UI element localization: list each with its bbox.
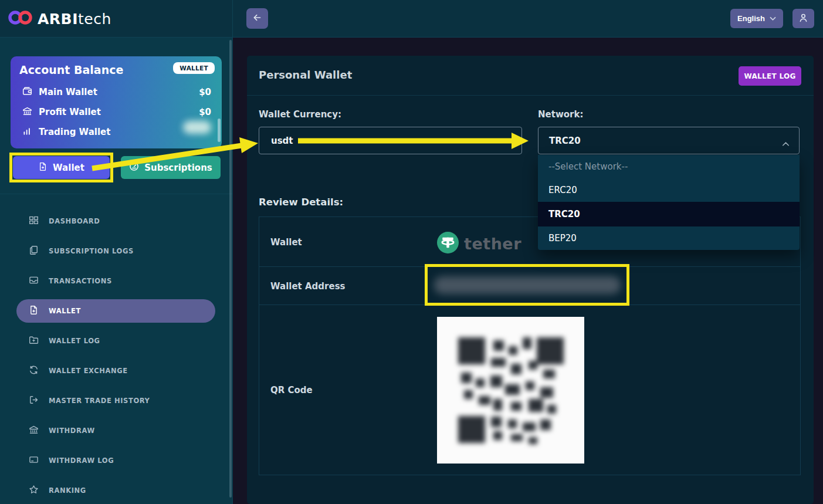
sidebar-item-master-trade-history[interactable]: MASTER TRADE HISTORY bbox=[16, 389, 215, 412]
chevron-up-icon bbox=[782, 138, 790, 149]
gauge-icon bbox=[129, 161, 139, 174]
sidebar-item-subscription-logs[interactable]: SUBSCRIPTION LOGS bbox=[16, 239, 215, 263]
table-row-separator bbox=[259, 266, 801, 267]
sidebar-item-withdraw[interactable]: WITHDRAW bbox=[16, 419, 215, 442]
brand-name-bold: ARBI bbox=[38, 11, 78, 28]
network-option-trc20[interactable]: TRC20 bbox=[538, 202, 800, 226]
bar-chart-icon bbox=[22, 126, 32, 138]
sidebar-item-label: WALLET EXCHANGE bbox=[49, 367, 128, 375]
wallet-currency-label: Wallet Currency: bbox=[259, 109, 341, 120]
network-option-placeholder[interactable]: --Select Network-- bbox=[538, 155, 800, 178]
brand-name-light: tech bbox=[78, 11, 111, 28]
brand-logo[interactable]: ARBItech bbox=[0, 0, 233, 38]
sidebar-item-label: TRANSACTIONS bbox=[49, 277, 112, 285]
back-button[interactable] bbox=[246, 8, 268, 29]
balance-row-value: $0 bbox=[199, 87, 211, 97]
qr-code-image bbox=[437, 317, 584, 464]
exchange-icon bbox=[29, 365, 39, 377]
sidebar-scrollbar[interactable] bbox=[229, 40, 232, 498]
inbox-icon bbox=[29, 275, 39, 287]
sidebar-item-transactions[interactable]: TRANSACTIONS bbox=[16, 269, 215, 293]
balance-row-label: Profit Wallet bbox=[39, 107, 101, 117]
network-option-erc20[interactable]: ERC20 bbox=[538, 178, 800, 202]
blurred-trading-value bbox=[183, 121, 211, 134]
panel-header-divider bbox=[247, 95, 814, 96]
balance-title: Account Balance bbox=[19, 63, 123, 76]
balance-card-scrollbar[interactable] bbox=[218, 119, 221, 142]
tether-logo: tether bbox=[437, 232, 521, 256]
balance-row-label: Main Wallet bbox=[39, 87, 97, 97]
subscriptions-button[interactable]: Subscriptions bbox=[121, 156, 221, 179]
chevron-down-icon bbox=[770, 14, 776, 23]
network-select[interactable]: TRC20 bbox=[538, 127, 800, 154]
sidebar-item-wallet-log[interactable]: WALLET LOG bbox=[16, 329, 215, 353]
wallet-address-row-label: Wallet Address bbox=[270, 281, 346, 292]
sidebar-item-label: SUBSCRIPTION LOGS bbox=[49, 247, 134, 255]
bank-icon bbox=[22, 106, 32, 119]
network-label: Network: bbox=[538, 109, 583, 120]
qr-code-row-label: QR Code bbox=[270, 385, 313, 395]
dashboard-icon bbox=[29, 215, 39, 227]
sidebar-item-label: WALLET LOG bbox=[49, 337, 100, 345]
sidebar-item-label: DASHBOARD bbox=[49, 217, 100, 225]
sidebar-item-label: WALLET bbox=[49, 307, 81, 315]
tether-coin-icon bbox=[437, 232, 459, 256]
sidebar-item-label: WITHDRAW LOG bbox=[49, 456, 114, 465]
folder-plus-icon bbox=[29, 335, 39, 347]
network-select-value: TRC20 bbox=[549, 136, 581, 146]
file-plus-icon bbox=[38, 162, 48, 174]
app-root: ARBItech English Account Balance WALLET bbox=[0, 0, 823, 504]
file-plus-icon bbox=[29, 305, 39, 317]
sidebar-item-wallet-exchange[interactable]: WALLET EXCHANGE bbox=[16, 359, 215, 383]
wallet-button-label: Wallet bbox=[53, 163, 84, 173]
wallet-currency-input[interactable] bbox=[259, 127, 522, 154]
wallet-icon bbox=[22, 86, 32, 99]
table-row-separator bbox=[259, 305, 801, 305]
credit-card-icon bbox=[29, 455, 39, 466]
wallet-button[interactable]: Wallet bbox=[13, 156, 110, 179]
wallet-row-label: Wallet bbox=[270, 237, 302, 248]
infinity-logo-icon bbox=[7, 8, 34, 30]
brand-name: ARBItech bbox=[38, 11, 111, 28]
user-profile-button[interactable] bbox=[792, 9, 814, 28]
review-details-label: Review Details: bbox=[259, 197, 343, 208]
balance-row-profit: Profit Wallet $0 bbox=[22, 106, 211, 119]
subscriptions-button-label: Subscriptions bbox=[144, 163, 212, 173]
blurred-wallet-address bbox=[434, 276, 621, 294]
sidebar-item-wallet[interactable]: WALLET bbox=[16, 299, 215, 323]
language-dropdown[interactable]: English bbox=[730, 9, 783, 28]
top-bar: ARBItech English bbox=[0, 0, 823, 38]
star-icon bbox=[29, 485, 39, 496]
sidebar-item-label: MASTER TRADE HISTORY bbox=[49, 397, 150, 405]
sidebar: Account Balance WALLET Main Wallet $0 Pr… bbox=[0, 38, 233, 504]
sidebar-divider bbox=[0, 194, 233, 194]
sidebar-item-label: RANKING bbox=[49, 486, 86, 495]
network-option-bep20[interactable]: BEP20 bbox=[538, 226, 800, 250]
arrow-left-icon bbox=[252, 13, 262, 24]
bank-icon bbox=[29, 425, 39, 437]
pages-icon bbox=[29, 245, 39, 257]
sidebar-item-ranking[interactable]: RANKING bbox=[16, 479, 215, 502]
sidebar-item-dashboard[interactable]: DASHBOARD bbox=[16, 209, 215, 233]
sidebar-item-label: WITHDRAW bbox=[49, 427, 95, 435]
sidebar-item-withdraw-log[interactable]: WITHDRAW LOG bbox=[16, 449, 215, 472]
language-label: English bbox=[737, 14, 765, 23]
balance-row-label: Trading Wallet bbox=[39, 127, 110, 137]
balance-row-main: Main Wallet $0 bbox=[22, 86, 211, 99]
wallet-badge: WALLET bbox=[173, 62, 215, 74]
person-icon bbox=[798, 13, 808, 25]
logout-icon bbox=[29, 395, 39, 407]
tether-wordmark: tether bbox=[464, 235, 521, 253]
wallet-log-button[interactable]: WALLET LOG bbox=[739, 66, 801, 86]
panel-title: Personal Wallet bbox=[259, 69, 352, 81]
balance-row-value: $0 bbox=[199, 107, 211, 117]
network-dropdown: --Select Network-- ERC20 TRC20 BEP20 bbox=[538, 155, 800, 250]
account-balance-card: Account Balance WALLET Main Wallet $0 Pr… bbox=[11, 56, 222, 148]
